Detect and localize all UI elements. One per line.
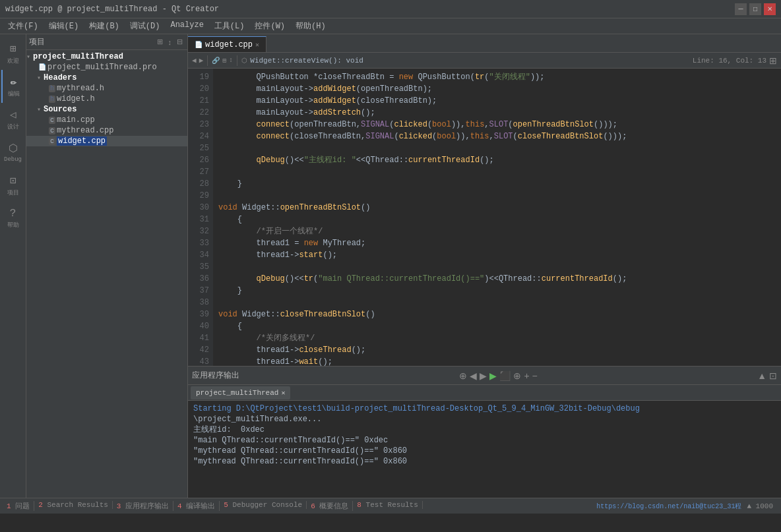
code-editor: 1920212223242526272829303132333435363738… bbox=[188, 69, 781, 366]
bottom-tab-project[interactable]: project_multiThread ✕ bbox=[191, 386, 290, 399]
iconbar-item-帮助[interactable]: ?帮助 bbox=[1, 202, 25, 235]
tree-item-widget_cpp[interactable]: cwidget.cpp bbox=[26, 136, 187, 146]
sidebar-collapse-btn[interactable]: ⊟ bbox=[175, 37, 185, 47]
bottom-next-btn[interactable]: ▶ bbox=[480, 370, 487, 381]
output-line: "main QThread::currentThreadId()==" 0xde… bbox=[193, 435, 776, 446]
menu-item[interactable]: Analyze bbox=[165, 19, 208, 33]
bottom-attach-btn[interactable]: ⊕ bbox=[459, 370, 467, 381]
sidebar: 项目 ⊞ ↕ ⊟ ▾project_multiThread📄project_mu… bbox=[26, 34, 188, 498]
sidebar-toolbar: 项目 ⊞ ↕ ⊟ bbox=[26, 34, 187, 50]
bottom-run-btn[interactable]: ▶ bbox=[489, 370, 497, 381]
bottom-collapse-btn[interactable]: ▲ bbox=[757, 370, 766, 381]
bottom-stop-btn[interactable]: ⬛ bbox=[499, 370, 511, 381]
editor-tab-widget-cpp[interactable]: 📄widget.cpp✕ bbox=[188, 36, 266, 52]
status-item-debugger-console[interactable]: 5 Debugger Console bbox=[220, 501, 307, 509]
bottom-panel: 应用程序输出 ⊕ ◀ ▶ ▶ ⬛ ⊕ + − ▲ ⊡ project_multi… bbox=[188, 366, 781, 498]
menu-item[interactable]: 工具(L) bbox=[209, 19, 250, 33]
iconbar: ⊞欢迎✏编辑◁设计⬡Debug⊡项目?帮助 bbox=[0, 34, 26, 498]
menu-item[interactable]: 控件(W) bbox=[249, 19, 290, 33]
menu-item[interactable]: 构建(B) bbox=[84, 19, 125, 33]
menu-item[interactable]: 帮助(H) bbox=[290, 19, 331, 33]
window-controls: ─ □ ✕ bbox=[735, 3, 776, 15]
statusbar: 1 问题2 Search Results3 应用程序输出4 编译输出5 Debu… bbox=[0, 498, 781, 514]
tree-item-mythread_h[interactable]: hmythread.h bbox=[26, 83, 187, 94]
titlebar: widget.cpp @ project_multiThread - Qt Cr… bbox=[0, 0, 781, 18]
output-line: \project_multiThread.exe... bbox=[193, 414, 776, 425]
status-item-问题[interactable]: 1 问题 bbox=[3, 501, 34, 511]
editor-toolbar: ◀ ▶ 🔗 ⊞ ↕ ⬡ Widget::createView(): void L… bbox=[188, 53, 781, 69]
output-line: Starting D:\QtProject\test1\build-projec… bbox=[193, 403, 776, 414]
status-url: https://blog.csdn.net/naib@tuc23_31程 bbox=[596, 502, 741, 511]
tree-item-Headers[interactable]: ▾Headers bbox=[26, 73, 187, 83]
minimize-button[interactable]: ─ bbox=[735, 3, 747, 15]
output-line: 主线程id: 0xdec bbox=[193, 425, 776, 435]
statusbar-items: 1 问题2 Search Results3 应用程序输出4 编译输出5 Debu… bbox=[3, 501, 423, 511]
maximize-button[interactable]: □ bbox=[749, 3, 761, 15]
tree-item-mythread_cpp[interactable]: cmythread.cpp bbox=[26, 125, 187, 136]
bottom-zoom-in-btn[interactable]: + bbox=[524, 370, 529, 381]
bottom-tabs: project_multiThread ✕ bbox=[188, 385, 781, 401]
iconbar-item-Debug[interactable]: ⬡Debug bbox=[1, 136, 25, 169]
tab-close-btn[interactable]: ✕ bbox=[255, 41, 259, 49]
menu-item[interactable]: 编辑(E) bbox=[44, 19, 84, 33]
bottom-tab-close[interactable]: ✕ bbox=[281, 389, 285, 397]
menu-items: 文件(F)编辑(E)构建(B)调试(D)Analyze工具(L)控件(W)帮助(… bbox=[3, 19, 331, 33]
sidebar-filter-btn[interactable]: ⊞ bbox=[155, 37, 165, 47]
editor-area: 📄widget.cpp✕ ◀ ▶ 🔗 ⊞ ↕ ⬡ Widget::createV… bbox=[188, 34, 781, 498]
output-line: "mythread QThread::currentThreadId()==" … bbox=[193, 446, 776, 456]
iconbar-item-项目[interactable]: ⊡项目 bbox=[1, 169, 25, 202]
cursor-location: Line: 16, Col: 13 bbox=[693, 57, 766, 65]
status-item-应用程序输出[interactable]: 3 应用程序输出 bbox=[113, 501, 173, 511]
bottom-clear-btn[interactable]: ⊕ bbox=[513, 370, 521, 381]
bottom-toolbar: 应用程序输出 ⊕ ◀ ▶ ▶ ⬛ ⊕ + − ▲ ⊡ bbox=[188, 367, 781, 385]
main-layout: ⊞欢迎✏编辑◁设计⬡Debug⊡项目?帮助 项目 ⊞ ↕ ⊟ ▾project_… bbox=[0, 34, 781, 498]
output-line: "mythread QThread::currentThreadId()==" … bbox=[193, 456, 776, 467]
tree-item-project_multiThread_pro[interactable]: 📄project_multiThread.pro bbox=[26, 62, 187, 73]
menubar: 文件(F)编辑(E)构建(B)调试(D)Analyze工具(L)控件(W)帮助(… bbox=[0, 18, 781, 34]
bottom-zoom-out-btn[interactable]: − bbox=[532, 370, 538, 381]
status-item-概要信息[interactable]: 6 概要信息 bbox=[307, 501, 353, 511]
file-tree: ▾project_multiThread📄project_multiThread… bbox=[26, 50, 187, 498]
window-title: widget.cpp @ project_multiThread - Qt Cr… bbox=[5, 5, 735, 14]
breadcrumb: Widget::createView(): void bbox=[250, 57, 363, 65]
editor-tabs: 📄widget.cpp✕ bbox=[188, 34, 781, 53]
bottom-tab-label: project_multiThread bbox=[196, 389, 278, 397]
status-zoom: ▲ 1000 bbox=[741, 502, 778, 510]
bottom-maximize-btn[interactable]: ⊡ bbox=[769, 370, 777, 381]
expand-editor-btn[interactable]: ⊞ bbox=[769, 55, 777, 66]
bottom-output: Starting D:\QtProject\test1\build-projec… bbox=[188, 401, 781, 498]
menu-item[interactable]: 文件(F) bbox=[3, 19, 44, 33]
tree-item-main_cpp[interactable]: cmain.cpp bbox=[26, 115, 187, 125]
close-button[interactable]: ✕ bbox=[764, 3, 776, 15]
sidebar-title: 项目 bbox=[29, 36, 154, 47]
status-item-test-results[interactable]: 8 Test Results bbox=[353, 501, 422, 509]
sidebar-sync-btn[interactable]: ↕ bbox=[166, 38, 174, 47]
tab-label: widget.cpp bbox=[205, 40, 253, 49]
status-item-编译输出[interactable]: 4 编译输出 bbox=[173, 501, 220, 511]
bottom-panel-title: 应用程序输出 bbox=[192, 370, 239, 381]
iconbar-item-欢迎[interactable]: ⊞欢迎 bbox=[1, 37, 25, 70]
status-item-search-results[interactable]: 2 Search Results bbox=[34, 501, 113, 509]
bottom-prev-btn[interactable]: ◀ bbox=[470, 370, 477, 381]
tree-item-project_multiThread[interactable]: ▾project_multiThread bbox=[26, 51, 187, 62]
menu-item[interactable]: 调试(D) bbox=[125, 19, 166, 33]
tree-item-Sources[interactable]: ▾Sources bbox=[26, 104, 187, 115]
line-numbers: 1920212223242526272829303132333435363738… bbox=[188, 69, 213, 366]
iconbar-item-编辑[interactable]: ✏编辑 bbox=[1, 70, 25, 103]
iconbar-item-设计[interactable]: ◁设计 bbox=[1, 103, 25, 136]
tree-item-widget_h[interactable]: hwidget.h bbox=[26, 94, 187, 104]
code-content[interactable]: QPushButton *closeThreadBtn = new QPushB… bbox=[213, 69, 781, 366]
